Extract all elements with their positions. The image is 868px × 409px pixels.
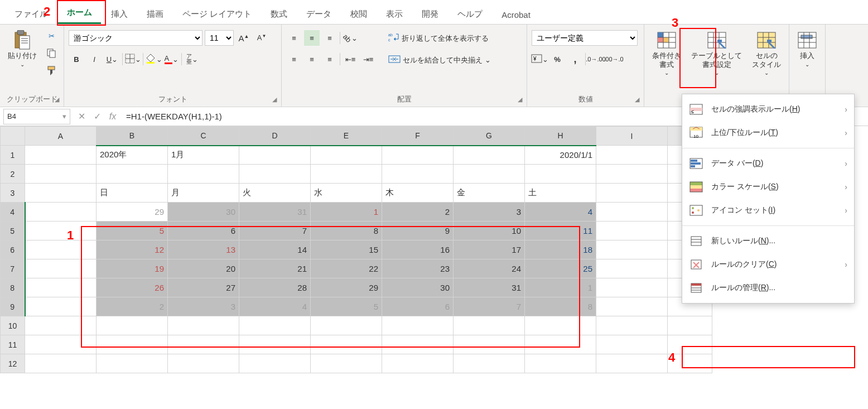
cell[interactable] (168, 335, 239, 354)
row-header-9[interactable]: 9 (1, 297, 25, 316)
cell[interactable] (311, 354, 382, 373)
cell[interactable]: 2020/1/1 (525, 146, 596, 165)
cell[interactable]: 11 (525, 222, 596, 240)
col-header-D[interactable]: D (239, 127, 311, 146)
cell[interactable]: 6 (168, 222, 239, 240)
cell[interactable] (25, 165, 97, 184)
dialog-launcher-icon[interactable]: ◢ (272, 96, 277, 103)
cell[interactable]: 9 (382, 222, 454, 240)
tab-draw[interactable]: 描画 (138, 3, 172, 24)
cell[interactable] (454, 316, 525, 335)
tab-data[interactable]: データ (297, 3, 340, 24)
cell[interactable]: 金 (454, 184, 525, 203)
bold-button[interactable]: B (69, 51, 84, 67)
col-header-A[interactable]: A (25, 127, 97, 146)
row-header-6[interactable]: 6 (1, 240, 25, 259)
insert-function-button[interactable]: fx (105, 112, 120, 122)
cell[interactable]: 7 (454, 297, 525, 316)
cell[interactable] (596, 297, 668, 316)
cell[interactable] (97, 316, 168, 335)
paste-button[interactable]: 貼り付け ⌄ (4, 28, 40, 70)
cell[interactable] (239, 146, 311, 165)
tab-file[interactable]: ファイル (6, 3, 57, 24)
row-header-5[interactable]: 5 (1, 222, 25, 240)
increase-font-button[interactable]: A▲ (236, 30, 252, 46)
cell[interactable] (97, 354, 168, 373)
cell[interactable]: 30 (168, 203, 239, 222)
cell[interactable]: 1 (525, 278, 596, 297)
cell[interactable] (525, 354, 596, 373)
cell[interactable] (382, 335, 454, 354)
menu-clear-rules[interactable]: ルールのクリア(C) › (682, 253, 854, 276)
cell[interactable]: 12 (97, 240, 168, 259)
cell[interactable]: 21 (239, 259, 311, 278)
cell[interactable]: 水 (311, 184, 382, 203)
cell[interactable]: 4 (525, 203, 596, 222)
cell[interactable] (668, 335, 712, 354)
enter-formula-button[interactable]: ✓ (89, 111, 105, 122)
borders-button[interactable]: ⌄ (125, 51, 141, 67)
cell[interactable] (25, 240, 97, 259)
cell[interactable] (25, 335, 97, 354)
cell[interactable] (239, 165, 311, 184)
cell[interactable]: 20 (168, 259, 239, 278)
cell[interactable] (668, 316, 712, 335)
cell[interactable] (596, 335, 668, 354)
cell[interactable] (596, 165, 668, 184)
increase-decimal-button[interactable]: .0→.00 (588, 51, 604, 67)
tab-page-layout[interactable]: ページ レイアウト (173, 3, 261, 24)
italic-button[interactable]: I (86, 51, 102, 67)
row-header-7[interactable]: 7 (1, 259, 25, 278)
menu-manage-rules[interactable]: ルールの管理(R)... (682, 276, 854, 300)
cell[interactable] (97, 335, 168, 354)
dialog-launcher-icon[interactable]: ◢ (518, 96, 522, 103)
cell[interactable]: 16 (382, 240, 454, 259)
increase-indent-button[interactable]: ⇥≡ (360, 51, 376, 67)
cell[interactable]: 7 (239, 222, 311, 240)
cell[interactable] (454, 354, 525, 373)
cell[interactable] (596, 354, 668, 373)
cell[interactable] (596, 259, 668, 278)
cell[interactable] (596, 203, 668, 222)
orientation-button[interactable]: ab⌄ (343, 30, 358, 46)
cell[interactable]: 17 (454, 240, 525, 259)
cell[interactable]: 26 (97, 278, 168, 297)
cancel-formula-button[interactable]: ✕ (74, 111, 89, 122)
conditional-formatting-button[interactable]: 条件付き 書式 ⌄ (649, 28, 684, 78)
cell[interactable] (97, 165, 168, 184)
underline-button[interactable]: U⌄ (104, 51, 120, 67)
cell[interactable] (168, 354, 239, 373)
cell[interactable]: 29 (311, 278, 382, 297)
cell[interactable] (596, 146, 668, 165)
cell[interactable]: 27 (168, 278, 239, 297)
cell[interactable] (382, 146, 454, 165)
row-header-11[interactable]: 11 (1, 335, 25, 354)
align-middle-button[interactable]: ≡ (304, 30, 320, 46)
merge-center-button[interactable]: セルを結合して中央揃え ⌄ (385, 52, 494, 68)
col-header-E[interactable]: E (311, 127, 382, 146)
cell[interactable]: 13 (168, 240, 239, 259)
cell[interactable]: 28 (239, 278, 311, 297)
cell[interactable] (668, 354, 712, 373)
col-header-B[interactable]: B (97, 127, 168, 146)
cell[interactable] (454, 146, 525, 165)
cell[interactable] (25, 278, 97, 297)
cell[interactable] (239, 335, 311, 354)
cell[interactable] (525, 165, 596, 184)
cell[interactable]: 31 (239, 203, 311, 222)
cell[interactable] (382, 165, 454, 184)
cell[interactable]: 土 (525, 184, 596, 203)
row-header-1[interactable]: 1 (1, 146, 25, 165)
cell[interactable]: 8 (525, 297, 596, 316)
cell[interactable] (25, 259, 97, 278)
cell[interactable]: 5 (97, 222, 168, 240)
cell[interactable]: 2 (382, 203, 454, 222)
cell[interactable] (311, 316, 382, 335)
cell[interactable]: 31 (454, 278, 525, 297)
cell[interactable] (596, 278, 668, 297)
cell[interactable] (239, 354, 311, 373)
cell[interactable]: 19 (97, 259, 168, 278)
fill-color-button[interactable]: ⌄ (146, 51, 161, 67)
cell[interactable]: 22 (311, 259, 382, 278)
cell[interactable] (25, 222, 97, 240)
